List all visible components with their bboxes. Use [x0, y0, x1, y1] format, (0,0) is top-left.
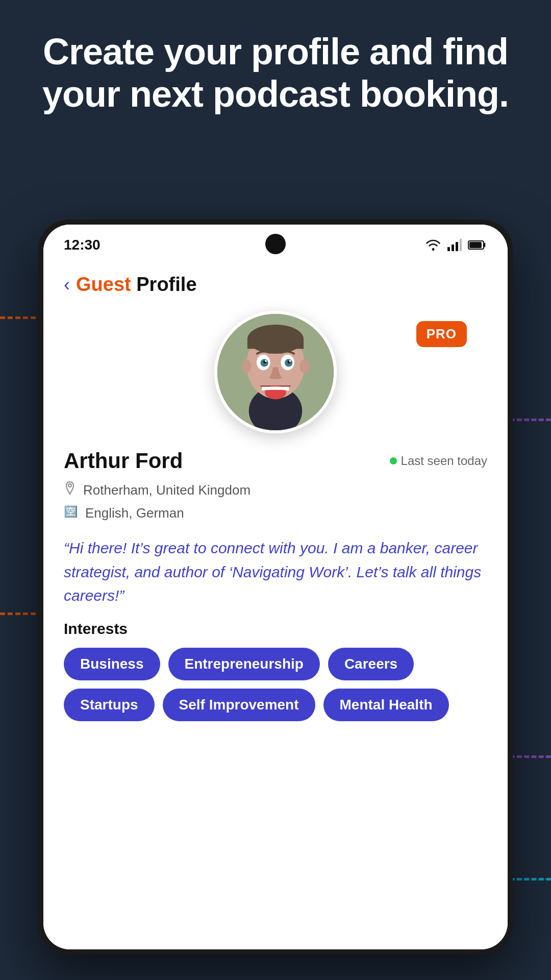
svg-point-12: [300, 359, 310, 373]
svg-text:🈳: 🈳: [64, 505, 78, 518]
svg-rect-3: [460, 239, 462, 251]
page-title-orange: Guest: [76, 274, 131, 295]
interest-tag[interactable]: Mental Health: [323, 689, 449, 721]
profile-name: Arthur Ford: [64, 449, 183, 473]
camera-notch: [265, 234, 286, 254]
pro-badge: PRO: [416, 321, 467, 347]
avatar-container: PRO: [64, 311, 487, 433]
online-indicator: [390, 457, 397, 464]
interest-tag[interactable]: Careers: [328, 648, 414, 680]
svg-point-11: [242, 359, 252, 373]
status-time: 12:30: [64, 237, 101, 253]
interest-tag[interactable]: Startups: [64, 689, 155, 721]
interest-tag[interactable]: Self Improvement: [163, 689, 315, 721]
wifi-icon: [425, 239, 441, 251]
svg-rect-2: [456, 242, 458, 251]
svg-rect-5: [469, 242, 482, 248]
page-title: Guest Profile: [76, 274, 197, 296]
svg-point-22: [68, 484, 71, 487]
tags-row: BusinessEntrepreneurshipCareersStartupsS…: [64, 648, 487, 721]
interests-label: Interests: [64, 620, 487, 638]
signal-icon: [447, 239, 462, 251]
interest-tag[interactable]: Business: [64, 648, 160, 680]
app-content: ‹ Guest Profile: [43, 261, 508, 949]
svg-rect-0: [447, 247, 450, 251]
status-icons: [425, 239, 487, 251]
nav-header: ‹ Guest Profile: [43, 261, 508, 306]
location-text: Rotherham, United Kingdom: [83, 482, 251, 498]
svg-point-19: [265, 360, 267, 362]
profile-section: PRO: [43, 306, 508, 433]
phone-mockup: 12:30: [38, 219, 513, 980]
phone-screen: 12:30: [43, 225, 508, 949]
phone-frame: 12:30: [38, 219, 513, 954]
avatar: [214, 311, 337, 433]
interest-tag[interactable]: Entrepreneurship: [168, 648, 320, 680]
profile-info: Arthur Ford Last seen today: [43, 449, 508, 521]
last-seen: Last seen today: [390, 454, 487, 468]
location-row: Rotherham, United Kingdom: [64, 481, 487, 499]
language-text: English, German: [85, 505, 184, 521]
svg-point-20: [289, 360, 291, 362]
hero-title: Create your profile and find your next p…: [41, 31, 510, 115]
last-seen-text: Last seen today: [401, 454, 487, 468]
location-icon: [64, 481, 76, 499]
bio-quote: “Hi there! It’s great to connect with yo…: [64, 536, 487, 608]
hero-section: Create your profile and find your next p…: [0, 0, 551, 115]
back-button[interactable]: ‹: [64, 276, 70, 294]
interests-section: Interests BusinessEntrepreneurshipCareer…: [43, 620, 508, 721]
battery-icon: [468, 240, 487, 250]
language-row: 🈳 English, German: [64, 505, 487, 521]
language-icon: 🈳: [64, 505, 78, 521]
svg-rect-1: [452, 244, 454, 251]
name-row: Arthur Ford Last seen today: [64, 449, 487, 473]
svg-rect-10: [247, 339, 304, 349]
page-title-rest: Profile: [131, 274, 197, 295]
